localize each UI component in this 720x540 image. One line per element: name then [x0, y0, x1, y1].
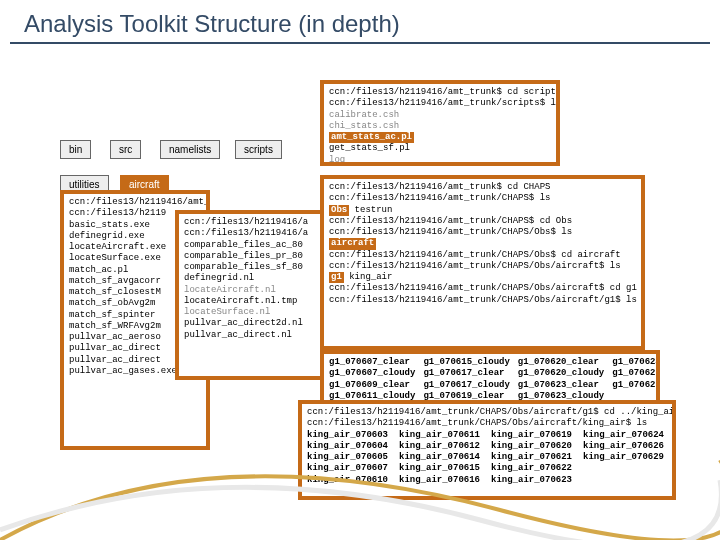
list-item: king_air_070621: [491, 452, 575, 463]
terminal-scripts: ccn:/files13/h2119416/amt_trunk$ cd scri…: [320, 80, 560, 166]
list-item: king_air_070604: [307, 441, 391, 452]
list-item: g1_070617_cloudy: [423, 380, 509, 391]
list-item: g1_070625_cloudy: [612, 380, 660, 391]
term-line: locateAircraft.nl.tmp: [184, 296, 336, 307]
list-item: king_air_070624: [583, 430, 667, 441]
list-item: king_air_070626: [583, 441, 667, 452]
list-item: king_air_070623: [491, 475, 575, 486]
term-line: get_stats_sf.pl: [329, 143, 551, 154]
term-line: comparable_files_pr_80: [184, 251, 336, 262]
list-item: g1_070624_cloudy: [612, 357, 660, 368]
term-line: ccn:/files13/h2119416/amt_trunk/scripts$…: [329, 98, 551, 109]
list-item: king_air_070607: [307, 463, 391, 474]
terminal-king-air: ccn:/files13/h2119416/amt_trunk/CHAPS/Ob…: [298, 400, 676, 500]
highlight: Obs: [329, 205, 349, 216]
list-item: g1_070623_clear: [518, 380, 604, 391]
list-item: king_air_070622: [491, 463, 575, 474]
term-line: pullvar_ac_direct.nl: [184, 330, 336, 341]
list-item: king_air_070620: [491, 441, 575, 452]
term-line: chi_stats.csh: [329, 121, 551, 132]
list-item: king_air_070611: [399, 430, 483, 441]
term-line: ccn:/files13/h2119416/amt_trunk/CHAPS$ c…: [329, 216, 636, 227]
list-item: king_air_070614: [399, 452, 483, 463]
term-line: ccn:/files13/h2119416/amt_trunk/CHAPS/Ob…: [307, 407, 667, 418]
list-item: g1_070615_cloudy: [423, 357, 509, 368]
term-line: pullvar_ac_direct2d.nl: [184, 318, 336, 329]
term-line: ccn:/files13/h2119416/a: [184, 217, 336, 228]
list-item: g1_070607_cloudy: [329, 368, 415, 379]
term-line: ccn:/files13/h2119416/amt_trunk/CHAPS/Ob…: [329, 295, 636, 306]
list-item: king_air_070610: [307, 475, 391, 486]
term-line: ccn:/files13/h2119416/amt_trunk$ cd scri…: [329, 87, 551, 98]
term-line: log: [329, 155, 551, 166]
list-item: g1_070617_clear: [423, 368, 509, 379]
term-line: ccn:/files13/h2119416/amt_trunk/CHAPS/Ob…: [329, 250, 636, 261]
box-bin: bin: [60, 140, 91, 159]
term-text: king_air: [344, 272, 393, 282]
term-line: locateAircraft.nl: [184, 285, 336, 296]
term-line: ccn:/files13/h2119416/amt_trunk/CHAPS/Ob…: [329, 261, 636, 272]
list-item: [583, 475, 667, 486]
term-line: definegrid.nl: [184, 273, 336, 284]
list-item: king_air_070616: [399, 475, 483, 486]
term-line: comparable_files_sf_80: [184, 262, 336, 273]
term-line: ccn:/files13/h2119416/amt_trunk/CHAPS/Ob…: [307, 418, 667, 429]
list-item: king_air_070612: [399, 441, 483, 452]
term-line: ccn:/files13/h2119416/amt_trunk/CHAPS/Ob…: [329, 283, 636, 294]
term-line: ccn:/files13/h2119416/amt_tru: [69, 197, 201, 208]
term-line: ccn:/files13/h2119416/a: [184, 228, 336, 239]
box-scripts: scripts: [235, 140, 282, 159]
list-item: king_air_070629: [583, 452, 667, 463]
term-text: testrun: [349, 205, 392, 215]
term-line: calibrate.csh: [329, 110, 551, 121]
term-line: ccn:/files13/h2119416/amt_trunk$ cd CHAP…: [329, 182, 636, 193]
list-item: g1_070620_clear: [518, 357, 604, 368]
list-item: king_air_070615: [399, 463, 483, 474]
box-namelists: namelists: [160, 140, 220, 159]
list-item: [583, 463, 667, 474]
list-item: g1_070607_clear: [329, 357, 415, 368]
list-item: g1_070609_clear: [329, 380, 415, 391]
highlight: amt_stats_ac.pl: [329, 132, 414, 143]
term-line: locateSurface.nl: [184, 307, 336, 318]
highlight: aircraft: [329, 238, 376, 249]
list-item: king_air_070605: [307, 452, 391, 463]
page-title: Analysis Toolkit Structure (in depth): [10, 0, 710, 44]
term-line: ccn:/files13/h2119416/amt_trunk/CHAPS$ l…: [329, 193, 636, 204]
list-item: king_air_070603: [307, 430, 391, 441]
term-line: comparable_files_ac_80: [184, 240, 336, 251]
terminal-chaps: ccn:/files13/h2119416/amt_trunk$ cd CHAP…: [320, 175, 645, 350]
box-src: src: [110, 140, 141, 159]
term-line: ccn:/files13/h2119416/amt_trunk/CHAPS/Ob…: [329, 227, 636, 238]
list-item: king_air_070619: [491, 430, 575, 441]
list-item: g1_070620_cloudy: [518, 368, 604, 379]
list-item: g1_070625_clear: [612, 368, 660, 379]
highlight: g1: [329, 272, 344, 283]
